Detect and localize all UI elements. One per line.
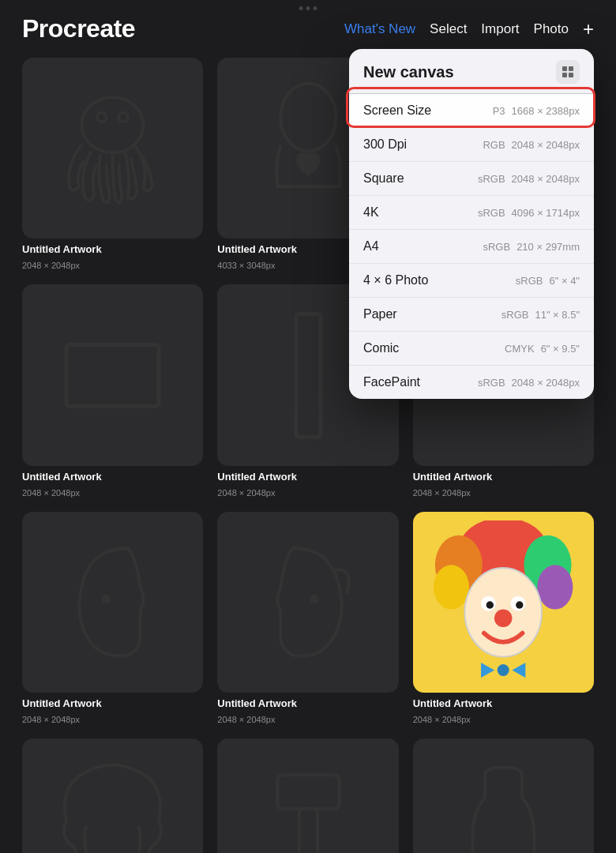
- canvas-colorspace: sRGB: [501, 309, 529, 321]
- list-item[interactable]: Untitled Artwork 2048 × 2048px: [217, 738, 398, 853]
- canvas-preset-name: Paper: [363, 307, 397, 321]
- dropdown-item[interactable]: Screen Size P3 1668 × 2388px: [349, 94, 594, 128]
- dropdown-item[interactable]: 4K sRGB 4096 × 1714px: [349, 196, 594, 230]
- svg-point-16: [486, 601, 494, 608]
- select-button[interactable]: Select: [430, 21, 467, 37]
- list-item[interactable]: Untitled Artwork 2048 × 2048px: [22, 512, 203, 724]
- canvas-dimensions: 6" × 9.5": [541, 343, 580, 355]
- svg-point-7: [311, 596, 317, 603]
- canvas-dimensions: 1668 × 2388px: [512, 105, 580, 117]
- svg-point-2: [118, 113, 128, 122]
- canvas-preset-meta: sRGB 2048 × 2048px: [478, 377, 580, 389]
- canvas-dimensions: 2048 × 2048px: [512, 377, 580, 389]
- list-item[interactable]: Untitled Artwork 2048 × 2048px: [413, 738, 594, 853]
- canvas-colorspace: sRGB: [478, 377, 505, 389]
- canvas-preset-name: FacePaint: [363, 375, 420, 389]
- artwork-thumbnail[interactable]: [22, 738, 203, 853]
- svg-point-17: [516, 601, 523, 608]
- svg-rect-24: [562, 73, 567, 77]
- canvas-preset-meta: sRGB 4096 × 1714px: [478, 207, 580, 219]
- canvas-preset-meta: sRGB 6" × 4": [516, 275, 580, 287]
- dropdown-item[interactable]: 300 Dpi RGB 2048 × 2048px: [349, 128, 594, 162]
- canvas-colorspace: sRGB: [483, 241, 510, 253]
- dropdown-icon-button[interactable]: [556, 60, 580, 84]
- artwork-thumbnail[interactable]: [413, 512, 594, 693]
- canvas-dimensions: 6" × 4": [549, 275, 580, 287]
- canvas-preset-name: 4K: [363, 205, 379, 220]
- add-canvas-button[interactable]: +: [583, 20, 594, 39]
- canvas-preset-name: Square: [363, 171, 404, 186]
- list-item[interactable]: Untitled Artwork 2048 × 2048px: [413, 512, 594, 724]
- canvas-preset-name: Comic: [363, 341, 399, 355]
- canvas-dimensions: 11" × 8.5": [535, 309, 580, 321]
- canvas-preset-name: Screen Size: [363, 103, 431, 118]
- canvas-preset-meta: sRGB 210 × 297mm: [483, 241, 580, 253]
- list-item[interactable]: Untitled Artwork 2048 × 2048px: [22, 58, 203, 270]
- canvas-dimensions: 210 × 297mm: [516, 241, 580, 253]
- dropdown-title: New canvas: [363, 63, 454, 81]
- dropdown-item[interactable]: 4 × 6 Photo sRGB 6" × 4": [349, 264, 594, 298]
- canvas-preset-meta: CMYK 6" × 9.5": [505, 343, 580, 355]
- svg-point-3: [280, 84, 336, 152]
- canvas-preset-meta: P3 1668 × 2388px: [493, 105, 580, 117]
- svg-point-12: [537, 565, 573, 609]
- grid-icon: [562, 66, 574, 78]
- svg-rect-4: [66, 344, 159, 406]
- artwork-thumbnail[interactable]: [413, 738, 594, 853]
- artwork-thumbnail[interactable]: [217, 738, 398, 853]
- dropdown-item[interactable]: Comic CMYK 6" × 9.5": [349, 332, 594, 366]
- svg-rect-25: [569, 73, 573, 77]
- canvas-dimensions: 2048 × 2048px: [512, 173, 580, 185]
- dropdown-header: New canvas: [349, 49, 594, 94]
- svg-point-0: [82, 97, 144, 152]
- list-item[interactable]: Untitled Artwork 2048 × 2048px: [217, 512, 398, 724]
- canvas-colorspace: sRGB: [478, 207, 505, 219]
- canvas-colorspace: CMYK: [505, 343, 535, 355]
- import-button[interactable]: Import: [481, 21, 519, 37]
- canvas-colorspace: P3: [493, 105, 505, 117]
- canvas-preset-meta: sRGB 11" × 8.5": [501, 309, 580, 321]
- dropdown-item[interactable]: Paper sRGB 11" × 8.5": [349, 298, 594, 332]
- canvas-preset-name: A4: [363, 239, 379, 254]
- canvas-colorspace: RGB: [483, 139, 505, 151]
- top-bar: Procreate What's New Select Import Photo…: [0, 0, 616, 51]
- svg-rect-23: [569, 66, 573, 71]
- svg-rect-22: [562, 66, 567, 71]
- list-item[interactable]: Untitled Artwork 2048 × 2048px: [22, 738, 203, 853]
- dropdown-item[interactable]: A4 sRGB 210 × 297mm: [349, 230, 594, 264]
- svg-rect-21: [299, 809, 317, 853]
- dropdown-item[interactable]: Square sRGB 2048 × 2048px: [349, 162, 594, 196]
- svg-point-1: [97, 113, 107, 122]
- dropdown-items-list: Screen Size P3 1668 × 2388px 300 Dpi RGB…: [349, 94, 594, 399]
- app-title: Procreate: [22, 14, 135, 43]
- svg-point-6: [103, 596, 110, 603]
- new-canvas-dropdown: New canvas Screen Size P3 1668 × 2388px …: [349, 49, 594, 399]
- canvas-colorspace: sRGB: [516, 275, 543, 287]
- artwork-thumbnail[interactable]: [22, 58, 203, 239]
- canvas-dimensions: 2048 × 2048px: [512, 139, 580, 151]
- photo-button[interactable]: Photo: [534, 21, 569, 37]
- artwork-thumbnail[interactable]: [217, 512, 398, 693]
- svg-point-19: [498, 664, 509, 676]
- canvas-preset-meta: RGB 2048 × 2048px: [483, 139, 580, 151]
- list-item[interactable]: Untitled Artwork 2048 × 2048px: [22, 284, 203, 497]
- dropdown-item[interactable]: FacePaint sRGB 2048 × 2048px: [349, 366, 594, 399]
- artwork-thumbnail[interactable]: [22, 512, 203, 693]
- canvas-dimensions: 4096 × 1714px: [512, 207, 580, 219]
- canvas-preset-meta: sRGB 2048 × 2048px: [478, 173, 580, 185]
- svg-rect-5: [295, 314, 320, 437]
- canvas-colorspace: sRGB: [478, 173, 505, 185]
- svg-point-11: [434, 565, 469, 609]
- canvas-preset-name: 4 × 6 Photo: [363, 273, 428, 287]
- svg-point-18: [494, 610, 513, 628]
- whats-new-link[interactable]: What's New: [344, 21, 415, 37]
- nav-actions: What's New Select Import Photo +: [344, 20, 594, 39]
- canvas-preset-name: 300 Dpi: [363, 137, 407, 152]
- artwork-thumbnail[interactable]: [22, 284, 203, 465]
- svg-rect-20: [277, 775, 339, 809]
